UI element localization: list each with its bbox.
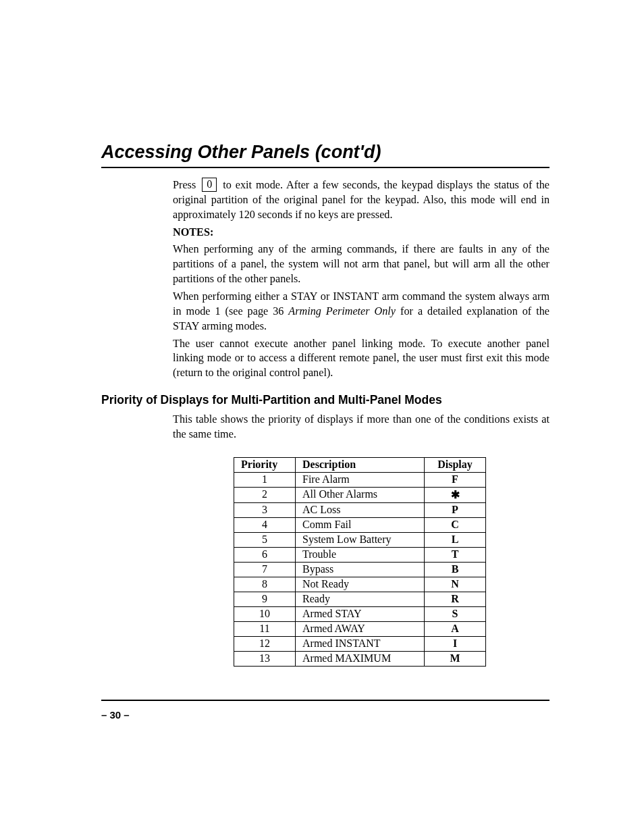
table-intro-block: This table shows the priority of display… [173, 413, 549, 442]
cell-display: M [425, 651, 486, 666]
cell-display: F [425, 472, 486, 487]
cell-display: P [425, 502, 486, 517]
table-row: 4Comm FailC [234, 517, 486, 532]
cell-display: L [425, 532, 486, 547]
cell-priority: 2 [234, 487, 296, 502]
table-row: 8Not ReadyN [234, 577, 486, 592]
cell-desc: Bypass [296, 562, 425, 577]
page: Accessing Other Panels (cont'd) Press 0 … [0, 0, 644, 834]
table-row: 13Armed MAXIMUMM [234, 651, 486, 666]
page-footer: – 30 – [101, 700, 549, 721]
table-row: 3AC LossP [234, 502, 486, 517]
cell-desc: Armed INSTANT [296, 636, 425, 651]
keycap-zero: 0 [202, 178, 217, 192]
cell-display: S [425, 606, 486, 621]
note-2-ref: Arming Perimeter Only [288, 305, 396, 317]
cell-priority: 1 [234, 472, 296, 487]
cell-display: B [425, 562, 486, 577]
table-header-row: Priority Description Display [234, 457, 486, 472]
priority-table: Priority Description Display 1Fire Alarm… [234, 457, 486, 667]
title-rule [101, 167, 549, 168]
table-intro: This table shows the priority of display… [173, 413, 549, 442]
cell-display: R [425, 592, 486, 606]
cell-display: ✱ [425, 487, 486, 502]
cell-desc: Fire Alarm [296, 472, 425, 487]
table-row: 9ReadyR [234, 592, 486, 606]
cell-desc: Ready [296, 592, 425, 606]
th-description: Description [296, 457, 425, 472]
cell-priority: 7 [234, 562, 296, 577]
cell-priority: 11 [234, 621, 296, 636]
cell-desc: All Other Alarms [296, 487, 425, 502]
subheading: Priority of Displays for Multi-Partition… [101, 393, 549, 407]
th-display: Display [425, 457, 486, 472]
note-3: The user cannot execute another panel li… [173, 337, 549, 382]
cell-priority: 5 [234, 532, 296, 547]
cell-priority: 4 [234, 517, 296, 532]
table-row: 6TroubleT [234, 547, 486, 562]
cell-priority: 12 [234, 636, 296, 651]
cell-priority: 13 [234, 651, 296, 666]
cell-display: I [425, 636, 486, 651]
note-1: When performing any of the arming comman… [173, 242, 549, 287]
cell-desc: Armed AWAY [296, 621, 425, 636]
exit-mode-paragraph: Press 0 to exit mode. After a few second… [173, 178, 549, 223]
table-row: 12Armed INSTANTI [234, 636, 486, 651]
cell-display: N [425, 577, 486, 592]
cell-desc: Trouble [296, 547, 425, 562]
table-row: 1Fire AlarmF [234, 472, 486, 487]
table-row: 5System Low BatteryL [234, 532, 486, 547]
page-title: Accessing Other Panels (cont'd) [101, 142, 549, 163]
cell-priority: 3 [234, 502, 296, 517]
cell-priority: 9 [234, 592, 296, 606]
cell-display: C [425, 517, 486, 532]
table-row: 10Armed STAYS [234, 606, 486, 621]
notes-label: NOTES: [173, 226, 549, 240]
footer-rule [101, 700, 549, 701]
table-row: 11Armed AWAYA [234, 621, 486, 636]
page-number: – 30 – [101, 709, 549, 721]
table-row: 7BypassB [234, 562, 486, 577]
cell-display: A [425, 621, 486, 636]
cell-priority: 10 [234, 606, 296, 621]
th-priority: Priority [234, 457, 296, 472]
cell-desc: Not Ready [296, 577, 425, 592]
press-prefix: Press [173, 179, 196, 191]
cell-display: T [425, 547, 486, 562]
cell-priority: 8 [234, 577, 296, 592]
cell-desc: Armed MAXIMUM [296, 651, 425, 666]
table-body: 1Fire AlarmF 2All Other Alarms✱ 3AC Loss… [234, 472, 486, 666]
priority-table-wrap: Priority Description Display 1Fire Alarm… [173, 457, 549, 667]
cell-desc: System Low Battery [296, 532, 425, 547]
cell-desc: AC Loss [296, 502, 425, 517]
cell-desc: Comm Fail [296, 517, 425, 532]
body-content: Press 0 to exit mode. After a few second… [173, 178, 549, 381]
press-suffix: to exit mode. After a few seconds, the k… [173, 179, 549, 221]
cell-priority: 6 [234, 547, 296, 562]
table-row: 2All Other Alarms✱ [234, 487, 486, 502]
note-2: When performing either a STAY or INSTANT… [173, 290, 549, 334]
cell-desc: Armed STAY [296, 606, 425, 621]
